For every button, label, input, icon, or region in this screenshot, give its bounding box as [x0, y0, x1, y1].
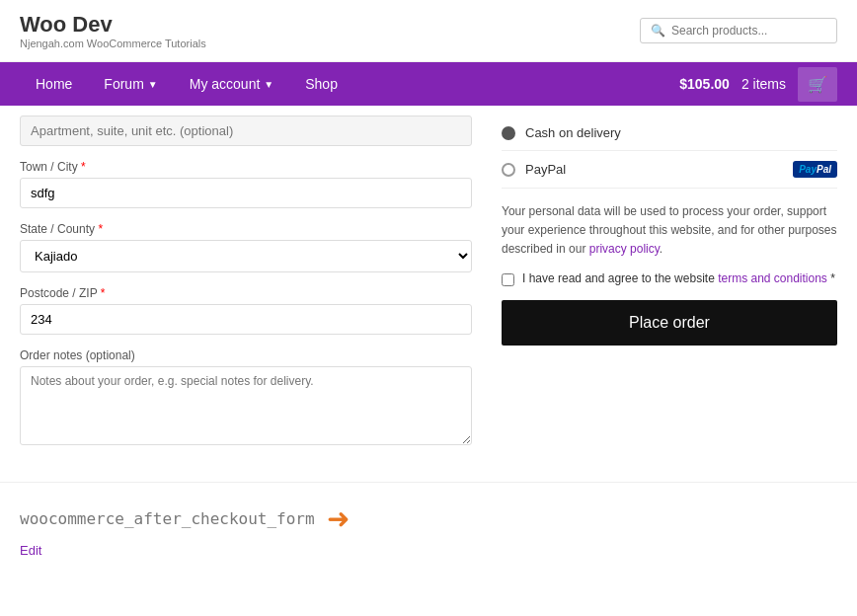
site-header: Woo Dev Njengah.com WooCommerce Tutorial…	[0, 0, 857, 62]
order-column: Cash on delivery PayPal PayPal Your pers…	[502, 116, 837, 462]
nav-right: $105.00 2 items 🛒	[679, 67, 837, 102]
cart-icon[interactable]: 🛒	[798, 67, 837, 102]
terms-row: I have read and agree to the website ter…	[502, 271, 837, 286]
terms-checkbox[interactable]	[502, 273, 514, 286]
paypal-badge: PayPal	[793, 161, 837, 178]
search-input[interactable]	[671, 24, 826, 38]
town-input[interactable]	[20, 178, 472, 208]
nav-myaccount[interactable]: My account ▼	[174, 62, 290, 106]
myaccount-chevron-icon: ▼	[264, 79, 273, 90]
postcode-field-group: Postcode / ZIP *	[20, 286, 472, 335]
nav-home[interactable]: Home	[20, 62, 88, 106]
state-field-group: State / County * Kajiado	[20, 222, 472, 272]
site-subtitle: Njengah.com WooCommerce Tutorials	[20, 38, 206, 49]
privacy-policy-link[interactable]: privacy policy	[589, 242, 660, 256]
place-order-button[interactable]: Place order	[502, 300, 837, 346]
state-select[interactable]: Kajiado	[20, 240, 472, 272]
hook-section: woocommerce_after_checkout_form ➜ Edit	[0, 482, 857, 568]
search-box[interactable]: 🔍	[640, 18, 837, 43]
postcode-input[interactable]	[20, 304, 472, 335]
hook-arrow-icon: ➜	[327, 502, 350, 535]
form-column: Town / City * State / County * Kajiado P…	[20, 116, 472, 462]
site-nav: Home Forum ▼ My account ▼ Shop $105.00 2…	[0, 62, 857, 106]
cash-payment-option[interactable]: Cash on delivery	[502, 116, 837, 151]
apartment-input[interactable]	[20, 116, 472, 146]
cash-radio[interactable]	[502, 126, 515, 140]
town-required: *	[81, 160, 86, 174]
postcode-label: Postcode / ZIP *	[20, 286, 472, 300]
town-field-group: Town / City *	[20, 160, 472, 208]
nav-forum[interactable]: Forum ▼	[88, 62, 173, 106]
hook-row: woocommerce_after_checkout_form ➜	[20, 502, 837, 535]
notes-textarea[interactable]	[20, 366, 472, 445]
search-icon: 🔍	[651, 24, 665, 38]
state-required: *	[98, 222, 103, 236]
cart-amount: $105.00	[679, 76, 730, 92]
paypal-payment-option[interactable]: PayPal PayPal	[502, 151, 837, 189]
cash-label: Cash on delivery	[525, 125, 621, 140]
terms-link[interactable]: terms and conditions	[718, 271, 827, 285]
paypal-label: PayPal	[525, 162, 566, 177]
edit-link[interactable]: Edit	[20, 543, 41, 558]
postcode-required: *	[101, 286, 106, 300]
terms-text: I have read and agree to the website ter…	[522, 271, 835, 285]
nav-left: Home Forum ▼ My account ▼ Shop	[20, 62, 353, 106]
town-label: Town / City *	[20, 160, 472, 174]
notes-label: Order notes (optional)	[20, 348, 472, 362]
nav-shop[interactable]: Shop	[289, 62, 353, 106]
apartment-field-group	[20, 116, 472, 146]
forum-chevron-icon: ▼	[148, 79, 158, 90]
notes-field-group: Order notes (optional)	[20, 348, 472, 448]
hook-text: woocommerce_after_checkout_form	[20, 509, 315, 528]
site-title: Woo Dev	[20, 12, 206, 38]
main-content: Town / City * State / County * Kajiado P…	[0, 106, 857, 482]
cart-items-count: 2 items	[741, 76, 786, 92]
privacy-text: Your personal data will be used to proce…	[502, 202, 837, 260]
paypal-radio[interactable]	[502, 163, 515, 177]
site-branding: Woo Dev Njengah.com WooCommerce Tutorial…	[20, 12, 206, 49]
state-label: State / County *	[20, 222, 472, 236]
